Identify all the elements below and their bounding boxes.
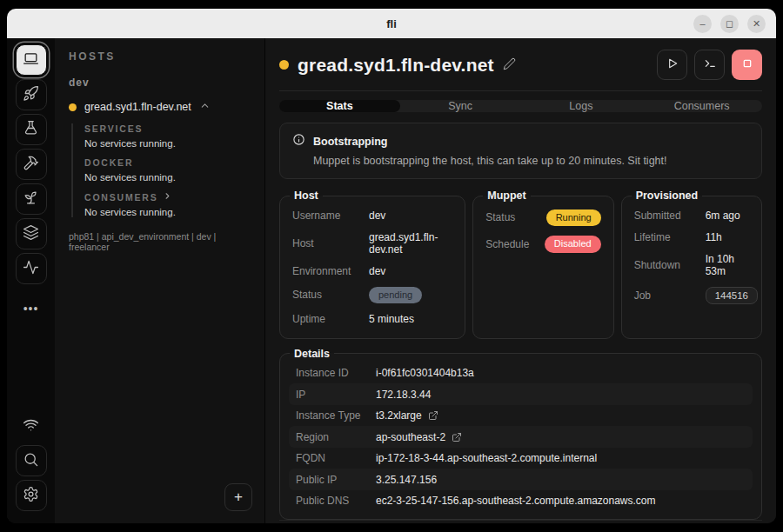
row-value: dev [369,265,385,277]
host-detail-tree: SERVICES No services running. DOCKER No … [71,123,251,217]
maximize-button[interactable]: ◻ [720,15,739,33]
flask-icon [23,120,39,139]
main-content: gread.syd1.fln-dev.net St [265,38,776,523]
job-badge: 144516 [706,287,758,304]
laptop-icon [23,50,39,70]
window-title: fli [386,17,397,30]
row-label: Uptime [292,313,369,325]
row-label: IP [296,389,376,401]
nav-sprout-button[interactable] [16,183,47,215]
docker-empty-text: No services running. [84,172,251,183]
services-section-label: SERVICES [84,123,251,134]
host-status-dot [69,103,77,111]
tab-bar: Stats Sync Logs Consumers [279,100,762,112]
start-button[interactable] [657,50,687,80]
nav-hosts-button[interactable] [16,44,47,76]
close-button[interactable]: ✕ [747,15,766,33]
muppet-card-title: Muppet [483,190,530,202]
services-empty-text: No services running. [84,138,251,149]
status-badge: pending [369,287,422,304]
rocket-icon [23,85,39,104]
hosts-panel: HOSTS dev gread.syd1.fln-dev.net SERVICE… [55,38,265,523]
search-button[interactable] [16,445,47,476]
row-label: Region [296,431,376,443]
search-icon [23,451,39,470]
last-updated-text: Last updated: now, at 15:33 on Wednesday… [279,520,762,523]
row-label: Submitted [634,209,706,222]
nav-layers-button[interactable] [16,218,47,249]
row-value: 172.18.3.44 [376,389,431,401]
consumers-section-label[interactable]: CONSUMERS [84,191,251,203]
stop-button[interactable] [732,50,762,80]
row-value: 3.25.147.156 [376,474,437,486]
row-value: dev [369,209,385,222]
hammer-icon [23,155,39,174]
provisioned-card-title: Provisioned [632,190,703,202]
external-link-icon[interactable] [428,410,438,421]
row-label: Environment [292,265,369,277]
row-value: 6m ago [706,209,740,222]
app-window: fli – ◻ ✕ [7,9,776,523]
row-value: t3.2xlarge [376,409,422,422]
row-value: ap-southeast-2 [376,431,445,443]
schedule-badge: Disabled [545,236,601,253]
tab-consumers[interactable]: Consumers [641,100,762,112]
sprout-icon [23,190,39,209]
row-label: Public IP [296,474,376,486]
row-value: 5 minutes [369,313,414,325]
play-icon [666,57,679,73]
row-value: ec2-3-25-147-156.ap-southeast-2.compute.… [376,495,656,507]
hosts-panel-header: HOSTS [69,50,251,63]
notice-title: Bootstrapping [313,136,387,148]
edit-host-button[interactable] [503,57,516,73]
nav-rocket-button[interactable] [16,79,47,110]
notice-message: Muppet is bootstrapping the host, this c… [313,155,749,167]
minimize-button[interactable]: – [693,15,712,33]
tab-stats[interactable]: Stats [279,100,400,112]
host-card: Host Usernamedev Hostgread.syd1.fln-dev.… [279,190,465,339]
row-label: Host [292,237,369,249]
nav-hammer-button[interactable] [16,149,47,180]
wifi-icon [16,409,47,440]
nav-activity-button[interactable] [16,253,47,284]
add-host-button[interactable]: + [224,483,252,511]
bootstrapping-notice: Bootstrapping Muppet is bootstrapping th… [279,123,762,179]
external-link-icon[interactable] [452,432,462,442]
row-label: Shutdown [634,259,706,271]
host-card-title: Host [290,190,323,202]
muppet-card: Muppet StatusRunning ScheduleDisabled [472,190,613,339]
layers-icon [23,224,39,243]
nav-more-button[interactable]: ••• [16,293,47,324]
info-icon [292,133,305,150]
pencil-icon [503,57,516,73]
row-label: Username [292,209,369,222]
row-value: i-0f61fc0301404b13a [376,367,474,379]
row-label: FQDN [296,452,376,464]
provisioned-card: Provisioned Submitted6m ago Lifetime11h … [621,190,762,339]
host-status-dot [279,60,289,70]
consumers-empty-text: No services running. [84,207,251,217]
terminal-button[interactable] [694,50,725,80]
settings-button[interactable] [16,480,47,511]
tab-logs[interactable]: Logs [521,100,642,112]
row-label: Job [634,289,706,302]
page-title: gread.syd1.fln-dev.net [298,55,494,76]
row-label: Schedule [485,238,529,250]
host-name: gread.syd1.fln-dev.net [84,101,191,113]
host-header: gread.syd1.fln-dev.net [279,50,762,91]
row-value: 11h [706,231,722,243]
gear-icon [23,486,39,505]
row-label: Lifetime [634,231,706,243]
tab-sync[interactable]: Sync [400,100,521,112]
host-group-label: dev [69,76,251,89]
row-value: gread.syd1.fln-dev.net [369,231,452,256]
muppet-status-badge: Running [546,209,601,227]
host-tags: php81 | api_dev_environment | dev | free… [69,231,251,252]
terminal-icon [703,57,717,73]
window-controls: – ◻ ✕ [693,9,766,38]
chevron-up-icon [199,99,211,115]
summary-cards: Host Usernamedev Hostgread.syd1.fln-dev.… [279,190,762,339]
nav-flask-button[interactable] [16,114,47,145]
row-label: Status [485,211,515,223]
host-list-item[interactable]: gread.syd1.fln-dev.net [69,99,251,115]
